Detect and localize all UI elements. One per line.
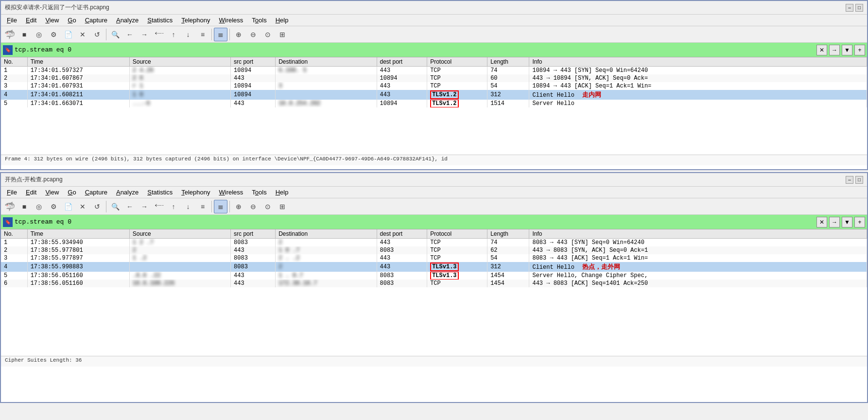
filter-clear-btn-bottom[interactable]: ✕ (816, 217, 827, 228)
find-btn[interactable]: 🔍 (108, 28, 122, 41)
menu-telephony-bottom[interactable]: Telephony (177, 188, 214, 197)
filter-add-btn[interactable]: + (854, 45, 865, 55)
zoom-out-btn-bottom[interactable]: ⊖ (246, 200, 260, 213)
go-prev-btn[interactable]: ⬸ (152, 28, 166, 41)
menu-help-top[interactable]: Help (272, 16, 293, 25)
table-row[interactable]: 117:34:01.5973272 4.26108946.108. 5443TC… (1, 67, 867, 75)
bottom-packet-table: No. Time Source src port Destination des… (1, 229, 867, 287)
file-btn[interactable]: 📄 (61, 28, 75, 41)
table-row[interactable]: 317:38:55.9778971 .280832 . .2443TCP5480… (1, 254, 867, 262)
cell-time: 17:38:55.977897 (27, 254, 129, 262)
file-btn-bottom[interactable]: 📄 (61, 200, 75, 213)
zoom-out-btn[interactable]: ⊖ (246, 28, 260, 41)
cell-sport: 10894 (231, 67, 276, 75)
menu-wireless-bottom[interactable]: Wireless (215, 188, 247, 197)
cell-sport: 8083 (231, 254, 276, 262)
bottom-packet-scroll[interactable]: No. Time Source src port Destination des… (1, 229, 867, 356)
table-row[interactable]: 217:34:01.6078672 644310894TCP60443 → 10… (1, 74, 867, 82)
col-length: Length (487, 57, 529, 67)
menu-file-top[interactable]: File (3, 16, 21, 25)
top-minimize-btn[interactable]: – (846, 4, 853, 12)
top-filter-input[interactable] (15, 46, 815, 53)
bottom-minimize-btn[interactable]: – (846, 176, 853, 184)
filter-apply-btn-bottom[interactable]: → (829, 217, 840, 228)
reload-btn-bottom[interactable]: ↺ (90, 200, 104, 213)
filter-add-btn-bottom[interactable]: + (854, 217, 865, 228)
table-row[interactable]: 217:38:55.9778012 4431 0 .78083TCP62443 … (1, 246, 867, 254)
open-btn[interactable]: ⚙ (47, 28, 60, 41)
zoom-normal-btn[interactable]: ⊙ (261, 28, 275, 41)
cell-len: 312 (487, 90, 529, 100)
cell-time: 17:34:01.607867 (27, 74, 129, 82)
menu-capture-bottom[interactable]: Capture (81, 188, 111, 197)
cell-info: Server Hello, Change Cipher Spec, (529, 272, 867, 280)
bottom-maximize-btn[interactable]: □ (855, 176, 863, 184)
menu-statistics-top[interactable]: Statistics (143, 16, 176, 25)
menu-edit-top[interactable]: Edit (22, 16, 40, 25)
columns-btn-bottom[interactable]: ≣ (214, 200, 227, 213)
cell-proto: TCP (427, 239, 487, 247)
top-maximize-btn[interactable]: □ (855, 4, 863, 12)
table-row[interactable]: 417:34:01.6082111 010894443TLSv1.2312Cli… (1, 90, 867, 100)
go-down-btn-bottom[interactable]: ↓ (181, 200, 195, 213)
back-btn-bottom[interactable]: ← (123, 200, 137, 213)
menu-statistics-bottom[interactable]: Statistics (143, 188, 176, 197)
restart-btn[interactable]: ◎ (32, 28, 46, 41)
table-row[interactable]: 417:38:55.99888380832443TLSv1.3312Client… (1, 262, 867, 272)
close-btn-bottom[interactable]: ✕ (76, 200, 89, 213)
menu-view-bottom[interactable]: View (41, 188, 63, 197)
columns-btn[interactable]: ≣ (214, 28, 227, 41)
find-btn-bottom[interactable]: 🔍 (108, 200, 122, 213)
menu-wireless-top[interactable]: Wireless (215, 16, 247, 25)
restart-btn-bottom[interactable]: ◎ (32, 200, 46, 213)
menu-view-top[interactable]: View (41, 16, 63, 25)
menu-telephony-top[interactable]: Telephony (177, 16, 214, 25)
table-row[interactable]: 317:34:01.607931r 1108943443TCP5410894 →… (1, 82, 867, 90)
open-btn-bottom[interactable]: ⚙ (47, 200, 60, 213)
table-row[interactable]: 617:38:56.05116010.6.100.226443172.30.10… (1, 280, 867, 287)
coloring-btn-bottom[interactable]: ≡ (196, 200, 209, 213)
filter-clear-btn[interactable]: ✕ (816, 45, 827, 55)
bottom-filter-input[interactable] (15, 218, 815, 226)
back-btn[interactable]: ← (123, 28, 137, 41)
forward-btn[interactable]: → (138, 28, 151, 41)
menu-capture-top[interactable]: Capture (81, 16, 111, 25)
menu-edit-bottom[interactable]: Edit (22, 188, 40, 197)
filter-dropdown-btn[interactable]: ▼ (842, 45, 852, 55)
cell-proto: TCP (427, 246, 487, 254)
reload-btn[interactable]: ↺ (90, 28, 104, 41)
go-prev-btn-bottom[interactable]: ⬸ (152, 200, 166, 213)
go-up-btn-bottom[interactable]: ↑ (167, 200, 180, 213)
resize-cols-btn-bottom[interactable]: ⊞ (276, 200, 289, 213)
menu-analyze-bottom[interactable]: Analyze (112, 188, 142, 197)
stop-capture-btn-bottom[interactable]: ■ (17, 200, 31, 213)
stop-capture-btn[interactable]: ■ (17, 28, 31, 41)
filter-dropdown-btn-bottom[interactable]: ▼ (842, 217, 852, 228)
table-row[interactable]: 517:34:01.663071...-644310.0.254.2021089… (1, 100, 867, 107)
close-btn[interactable]: ✕ (76, 28, 89, 41)
menu-analyze-top[interactable]: Analyze (112, 16, 142, 25)
resize-cols-btn[interactable]: ⊞ (276, 28, 289, 41)
go-down-btn[interactable]: ↓ (181, 28, 195, 41)
shark-icon[interactable]: 🦈 (3, 28, 17, 41)
menu-tools-top[interactable]: Tools (248, 16, 270, 25)
top-packet-scroll[interactable]: No. Time Source src port Destination des… (1, 57, 867, 155)
menu-go-top[interactable]: Go (64, 16, 80, 25)
table-row[interactable]: 517:38:56.051160.8.6 .224431 . 0.78083TL… (1, 272, 867, 280)
menu-tools-bottom[interactable]: Tools (248, 188, 270, 197)
top-packet-table: No. Time Source src port Destination des… (1, 57, 867, 107)
go-up-btn[interactable]: ↑ (167, 28, 180, 41)
zoom-in-btn[interactable]: ⊕ (232, 28, 245, 41)
shark-icon-bottom[interactable]: 🦈 (3, 200, 17, 213)
cell-no: 6 (1, 280, 27, 287)
menu-go-bottom[interactable]: Go (64, 188, 80, 197)
table-row[interactable]: 117:38:55.9349401 2 .780832 443TCP748083… (1, 239, 867, 247)
coloring-btn[interactable]: ≡ (196, 28, 209, 41)
filter-apply-btn[interactable]: → (829, 45, 840, 55)
menu-file-bottom[interactable]: File (3, 188, 21, 197)
cell-src: r 1 (129, 82, 230, 90)
zoom-in-btn-bottom[interactable]: ⊕ (232, 200, 245, 213)
zoom-normal-btn-bottom[interactable]: ⊙ (261, 200, 275, 213)
menu-help-bottom[interactable]: Help (272, 188, 293, 197)
forward-btn-bottom[interactable]: → (138, 200, 151, 213)
